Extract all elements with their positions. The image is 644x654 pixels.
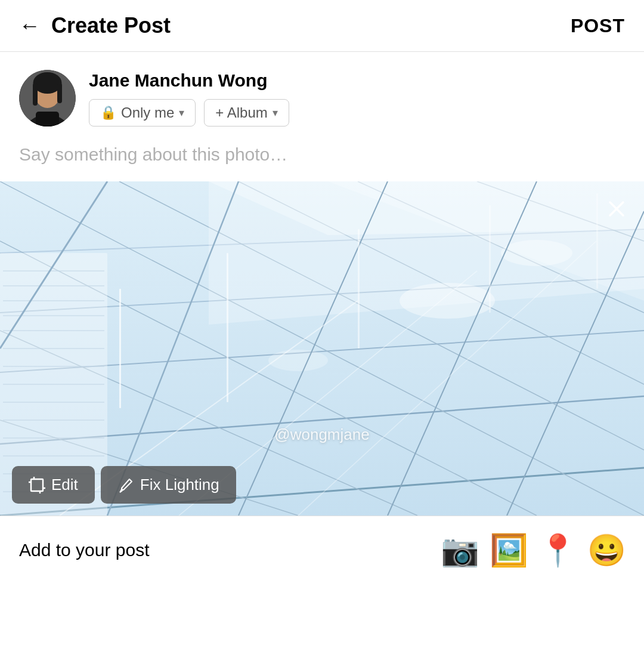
caption-area[interactable]: Say something about this photo… [0,138,644,181]
svg-point-42 [268,350,328,371]
svg-rect-7 [57,83,62,103]
user-controls: 🔒 Only me ▾ + Album ▾ [89,99,289,127]
album-label: + Album [215,104,267,121]
fix-lighting-button[interactable]: Fix Lighting [101,466,236,504]
bottom-icons: 📷 🖼️ 📍 😀 [441,532,625,569]
back-button[interactable]: ← [19,15,41,36]
emoji-icon[interactable]: 😀 [588,532,625,569]
edit-button[interactable]: Edit [12,466,95,504]
svg-rect-53 [596,193,598,289]
photo-gallery-icon[interactable]: 🖼️ [490,532,527,569]
svg-point-40 [400,283,495,319]
chevron-down-icon-album: ▾ [273,106,278,119]
album-button[interactable]: + Album ▾ [204,99,289,127]
brush-icon [117,477,134,493]
edit-label: Edit [51,476,78,494]
photo-image [0,181,644,516]
caption-placeholder: Say something about this photo… [19,144,287,164]
privacy-button[interactable]: 🔒 Only me ▾ [89,99,196,127]
user-name: Jane Manchun Wong [89,70,289,91]
crop-icon [29,477,45,493]
svg-rect-6 [33,83,38,106]
chevron-down-icon: ▾ [179,106,184,119]
page-title: Create Post [51,13,171,38]
fix-lighting-label: Fix Lighting [140,476,219,494]
user-info: Jane Manchun Wong 🔒 Only me ▾ + Album ▾ [89,70,289,127]
avatar [19,70,76,127]
photo-watermark: @wongmjane [274,425,369,444]
user-section: Jane Manchun Wong 🔒 Only me ▾ + Album ▾ [0,52,644,138]
svg-rect-50 [227,253,228,402]
header-left: ← Create Post [19,13,171,38]
photo-actions: Edit Fix Lighting [12,466,236,504]
lock-icon: 🔒 [100,105,116,121]
svg-rect-59 [31,479,43,491]
bottom-bar: Add to your post 📷 🖼️ 📍 😀 [0,516,644,584]
location-icon[interactable]: 📍 [539,532,576,569]
svg-rect-49 [119,289,121,408]
close-button[interactable] [602,195,631,223]
post-button[interactable]: POST [571,15,625,37]
privacy-label: Only me [121,104,174,121]
photo-container: @wongmjane Edit Fix Lighting [0,181,644,516]
camera-icon[interactable]: 📷 [441,532,478,569]
svg-rect-52 [489,205,491,313]
header: ← Create Post POST [0,0,644,52]
add-to-post-label: Add to your post [19,540,149,560]
svg-rect-51 [358,229,360,348]
svg-rect-8 [36,112,59,127]
